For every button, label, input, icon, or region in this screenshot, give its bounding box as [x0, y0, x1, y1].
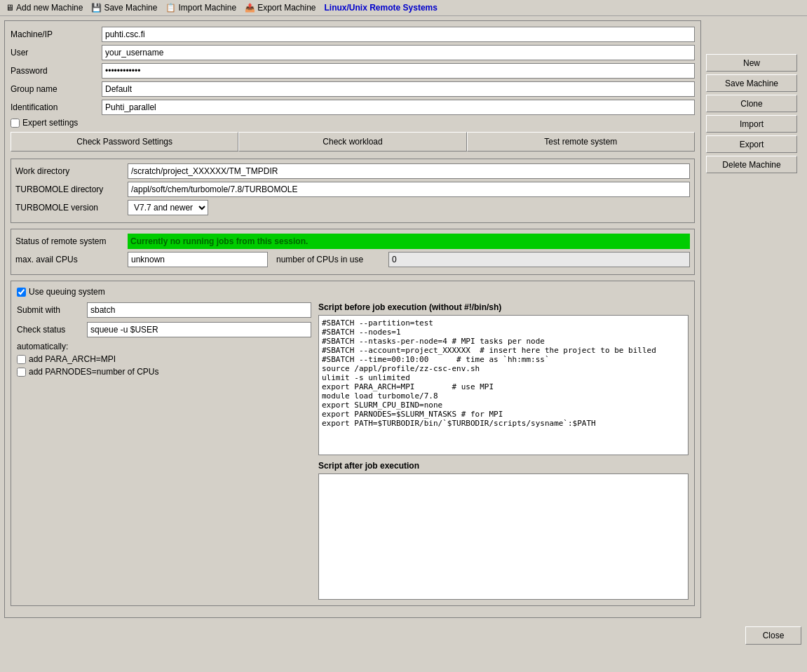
turbomole-version-select[interactable]: V7.7 and newer [128, 200, 208, 215]
import-machine-toolbar-label: Import Machine [178, 3, 236, 13]
add-new-machine-label: Add new Machine [16, 3, 83, 13]
use-queue-text: Use queuing system [29, 287, 105, 297]
group-label: Group name [11, 84, 102, 94]
save-machine-button[interactable]: Save Machine [706, 74, 797, 92]
import-button[interactable]: Import [706, 115, 797, 133]
save-machine-toolbar-button[interactable]: 💾 Save Machine [91, 3, 157, 13]
queue-section: Use queuing system Submit with Check sta… [11, 281, 695, 606]
check-status-input[interactable] [87, 322, 311, 337]
cpu-in-use-label: number of CPUs in use [276, 255, 388, 264]
identification-label: Identification [11, 102, 102, 112]
script-before-textarea[interactable]: #SBATCH --partition=test #SBATCH --nodes… [318, 315, 689, 455]
script-after-section: Script after job execution [318, 461, 689, 600]
group-input[interactable] [102, 81, 695, 97]
import-machine-toolbar-button[interactable]: 📋 Import Machine [165, 3, 236, 13]
work-dir-input[interactable] [128, 163, 690, 179]
user-row: User [11, 45, 695, 60]
work-dir-row: Work directory [15, 163, 690, 179]
machine-ip-label: Machine/IP [11, 29, 102, 39]
identification-row: Identification [11, 100, 695, 115]
expert-settings-row: Expert settings [11, 118, 695, 128]
delete-machine-button[interactable]: Delete Machine [706, 156, 797, 173]
check-status-row: Check status [17, 322, 311, 337]
add-para-arch-label[interactable]: add PARA_ARCH=MPI [17, 354, 311, 364]
expert-settings-checkbox[interactable] [11, 119, 20, 128]
new-button[interactable]: New [706, 54, 797, 72]
expert-settings-label: Expert settings [22, 118, 78, 128]
add-parnodes-label[interactable]: add PARNODES=number of CPUs [17, 367, 311, 377]
submit-with-input[interactable] [87, 302, 311, 318]
turbomole-version-label: TURBOMOLE version [15, 203, 128, 213]
add-para-arch-text: add PARA_ARCH=MPI [29, 354, 116, 364]
cpu-in-use-input [388, 252, 690, 267]
export-button[interactable]: Export [706, 135, 797, 153]
use-queue-label[interactable]: Use queuing system [17, 287, 105, 297]
clone-button[interactable]: Clone [706, 95, 797, 112]
use-queue-checkbox[interactable] [17, 288, 26, 297]
status-section: Status of remote system Currently no run… [11, 229, 695, 275]
password-label: Password [11, 66, 102, 76]
action-buttons-row: Check Password Settings Check workload T… [11, 132, 695, 152]
group-row: Group name [11, 81, 695, 97]
queue-content: Submit with Check status automatically: … [17, 302, 689, 600]
max-cpus-label: max. avail CPUs [15, 255, 128, 264]
turbomole-dir-row: TURBOMOLE directory [15, 182, 690, 197]
auto-label: automatically: [17, 342, 311, 351]
save-icon: 💾 [91, 3, 102, 13]
user-input[interactable] [102, 45, 695, 60]
close-button[interactable]: Close [745, 626, 801, 645]
turbomole-version-row: TURBOMOLE version V7.7 and newer [15, 200, 690, 215]
script-before-section: Script before job execution (without #!/… [318, 302, 689, 455]
turbomole-dir-label: TURBOMOLE directory [15, 184, 128, 194]
status-text: Currently no running jobs from this sess… [130, 236, 308, 246]
toolbar: 🖥 Add new Machine 💾 Save Machine 📋 Impor… [0, 0, 807, 16]
machine-ip-input[interactable] [102, 27, 695, 42]
bottom-bar: Close [0, 622, 807, 649]
linux-systems-label: Linux/Unix Remote Systems [325, 3, 438, 13]
script-before-label: Script before job execution (without #!/… [318, 302, 689, 312]
right-queue-panel: Script before job execution (without #!/… [318, 302, 689, 600]
status-value: Currently no running jobs from this sess… [128, 234, 690, 249]
right-side-buttons: New Save Machine Clone Import Export Del… [706, 54, 797, 173]
machine-ip-row: Machine/IP [11, 27, 695, 42]
add-parnodes-text: add PARNODES=number of CPUs [29, 367, 159, 377]
check-password-button[interactable]: Check Password Settings [11, 132, 238, 152]
status-label: Status of remote system [15, 236, 128, 246]
add-icon: 🖥 [6, 3, 14, 13]
directories-section: Work directory TURBOMOLE directory TURBO… [11, 159, 695, 223]
user-label: User [11, 48, 102, 58]
save-machine-toolbar-label: Save Machine [104, 3, 157, 13]
add-parnodes-checkbox[interactable] [17, 368, 26, 377]
test-remote-button[interactable]: Test remote system [467, 132, 695, 152]
add-para-arch-checkbox[interactable] [17, 355, 26, 364]
add-new-machine-button[interactable]: 🖥 Add new Machine [6, 3, 83, 13]
left-queue-panel: Submit with Check status automatically: … [17, 302, 311, 600]
script-after-textarea[interactable] [318, 473, 689, 600]
export-icon: 📤 [245, 3, 255, 13]
expert-settings-checkbox-label[interactable]: Expert settings [11, 118, 78, 128]
password-row: Password [11, 63, 695, 79]
max-cpus-input[interactable] [128, 252, 268, 267]
queue-header: Use queuing system [17, 287, 689, 297]
work-dir-label: Work directory [15, 166, 128, 176]
turbomole-dir-input[interactable] [128, 182, 690, 197]
identification-input[interactable] [102, 100, 695, 115]
submit-with-row: Submit with [17, 302, 311, 318]
import-icon: 📋 [165, 3, 176, 13]
check-status-label: Check status [17, 325, 87, 335]
export-machine-toolbar-button[interactable]: 📤 Export Machine [245, 3, 316, 13]
status-row: Status of remote system Currently no run… [15, 234, 690, 249]
submit-with-label: Submit with [17, 305, 87, 315]
cpu-row: max. avail CPUs number of CPUs in use [15, 252, 690, 267]
password-input[interactable] [102, 63, 695, 79]
export-machine-toolbar-label: Export Machine [257, 3, 316, 13]
script-after-label: Script after job execution [318, 461, 689, 471]
check-workload-button[interactable]: Check workload [238, 132, 466, 152]
